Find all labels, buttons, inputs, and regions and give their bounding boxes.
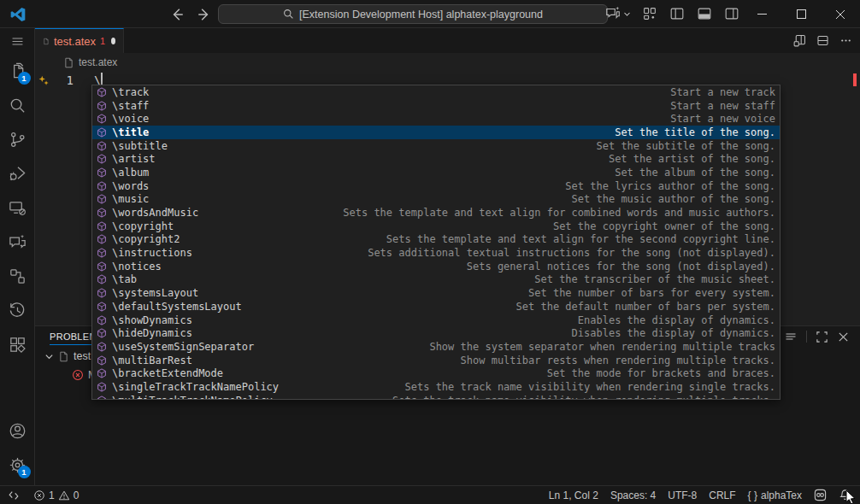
suggestion-item[interactable]: \instructions Sets additional textual in… xyxy=(92,246,780,260)
suggestion-item[interactable]: \track Start a new track xyxy=(92,85,780,99)
sidebar-item-explorer[interactable]: 1 xyxy=(0,54,35,88)
encoding[interactable]: UTF-8 xyxy=(662,486,703,504)
suggestion-item[interactable]: \title Set the title of the song. xyxy=(92,126,780,139)
maximize-panel-icon[interactable] xyxy=(816,331,828,343)
suggestion-detail: Set the lyrics author of the song. xyxy=(565,180,775,192)
sidebar-item-run-debug[interactable] xyxy=(0,156,35,190)
chat-icon xyxy=(8,232,27,252)
tab-test-atex[interactable]: test.atex 1 xyxy=(35,28,124,53)
toggle-primary-sidebar-icon[interactable] xyxy=(669,5,686,22)
suggestion-item[interactable]: \systemsLayout Set the number of bars fo… xyxy=(92,286,780,300)
suggestion-item[interactable]: \music Set the music author of the song. xyxy=(92,193,780,207)
suggestion-detail: Set the copyright owner of the song. xyxy=(553,220,775,232)
cursor-position[interactable]: Ln 1, Col 2 xyxy=(543,486,604,504)
suggestion-item[interactable]: \showDynamics Enables the display of dyn… xyxy=(92,314,780,327)
sidebar-item-remote-explorer[interactable] xyxy=(0,190,35,225)
view-as-table-icon[interactable] xyxy=(784,330,798,343)
suggestion-item[interactable]: \album Set the album of the song. xyxy=(92,166,780,179)
maximize-button[interactable] xyxy=(781,0,821,28)
modified-dot-icon[interactable] xyxy=(111,38,115,44)
tab-error-count: 1 xyxy=(100,36,105,46)
suggestion-label: \artist xyxy=(112,153,156,165)
method-icon xyxy=(96,126,108,138)
warning-count: 0 xyxy=(74,489,80,501)
problems-summary[interactable]: 1 0 xyxy=(27,486,85,504)
suggestion-item[interactable]: \multiBarRest Show multibar rests when r… xyxy=(92,354,780,367)
suggestion-item[interactable]: \useSystemSignSeparator Show the system … xyxy=(92,340,780,354)
suggestion-item[interactable]: \words Set the lyrics author of the song… xyxy=(92,179,780,193)
suggestion-item[interactable]: \wordsAndMusic Sets the template and tex… xyxy=(92,206,780,220)
suggestion-item[interactable]: \staff Start a new staff xyxy=(92,99,780,113)
sidebar-item-timeline[interactable] xyxy=(0,293,35,327)
suggestion-item[interactable]: \artist Set the artist of the song. xyxy=(92,152,780,166)
method-icon xyxy=(96,273,108,285)
suggestion-item[interactable]: \defaultSystemsLayout Set the default nu… xyxy=(92,300,780,314)
suggestion-detail: Show the system separator when rendering… xyxy=(429,341,775,353)
sparkle-quickfix-icon[interactable] xyxy=(38,74,50,86)
eol-sequence[interactable]: CRLF xyxy=(703,486,741,504)
copilot-chat-button[interactable] xyxy=(604,5,631,22)
search-icon xyxy=(283,9,294,20)
suggestion-item[interactable]: \notices Sets general notices for the so… xyxy=(92,260,780,273)
split-editor-icon[interactable] xyxy=(816,33,830,48)
extension-status-button[interactable] xyxy=(808,486,833,504)
tab-label: test.atex xyxy=(54,35,96,48)
suggestion-item[interactable]: \hideDynamics Disables the display of dy… xyxy=(92,326,780,340)
suggestion-detail: Show multibar rests when rendering multi… xyxy=(461,355,775,366)
method-icon xyxy=(96,301,108,313)
toggle-secondary-sidebar-icon[interactable] xyxy=(723,5,740,22)
close-panel-icon[interactable] xyxy=(837,331,850,343)
customize-layout-icon[interactable] xyxy=(641,5,658,22)
sidebar-item-custom-1[interactable] xyxy=(0,259,35,293)
status-bar: 1 0 Ln 1, Col 2 Spaces: 4 UTF-8 CRLF { }… xyxy=(0,485,860,504)
sidebar-item-search[interactable] xyxy=(0,88,35,122)
open-preview-icon[interactable] xyxy=(792,33,807,48)
suggestion-label: \hideDynamics xyxy=(112,327,192,339)
more-actions-icon[interactable] xyxy=(839,33,853,48)
sidebar-item-source-control[interactable] xyxy=(0,122,35,156)
command-center-title: [Extension Development Host] alphatex-pl… xyxy=(299,9,543,21)
menu-button[interactable] xyxy=(0,28,35,54)
sidebar-item-chat[interactable] xyxy=(0,225,35,259)
suggestion-item[interactable]: \voice Start a new voice xyxy=(92,112,780,126)
suggestion-label: \tab xyxy=(112,273,137,285)
suggestion-label: \notices xyxy=(112,261,162,273)
minimize-button[interactable] xyxy=(742,0,781,28)
sidebar-item-custom-2[interactable] xyxy=(0,327,35,361)
navigate-forward-icon[interactable] xyxy=(197,7,212,22)
suggestion-label: \bracketExtendMode xyxy=(112,367,223,379)
command-center[interactable]: [Extension Development Host] alphatex-pl… xyxy=(218,4,608,24)
language-mode[interactable]: { } alphaTex xyxy=(742,486,808,504)
method-icon xyxy=(96,180,108,192)
navigate-back-icon[interactable] xyxy=(169,7,185,22)
method-icon xyxy=(96,167,108,179)
remote-icon xyxy=(8,489,20,501)
suggestion-detail: Sets the track name visibility when rend… xyxy=(405,381,775,393)
suggestion-label: \words xyxy=(112,180,149,192)
suggestion-item[interactable]: \copyright2 Sets the template and text a… xyxy=(92,233,780,247)
suggestion-detail: Enables the display of dynamics. xyxy=(578,314,775,326)
suggestion-item[interactable]: \multiTrackTrackNamePolicy Sets the trac… xyxy=(92,394,780,400)
remote-indicator[interactable] xyxy=(0,486,27,504)
explorer-badge: 1 xyxy=(18,72,31,85)
chevron-down-icon xyxy=(44,352,54,361)
settings-button[interactable]: 1 xyxy=(0,448,35,482)
method-icon xyxy=(96,355,108,366)
suggestion-label: \subtitle xyxy=(112,140,168,152)
accounts-button[interactable] xyxy=(0,413,35,448)
suggestion-item[interactable]: \tab Set the transcriber of the music sh… xyxy=(92,273,780,287)
suggestion-item[interactable]: \subtitle Set the subtitle of the song. xyxy=(92,139,780,153)
suggestion-item[interactable]: \bracketExtendMode Set the mode for brac… xyxy=(92,366,780,380)
close-button[interactable] xyxy=(821,0,860,28)
suggestion-item[interactable]: \singleTrackTrackNamePolicy Sets the tra… xyxy=(92,380,780,394)
indentation[interactable]: Spaces: 4 xyxy=(604,486,662,504)
suggest-widget: \track Start a new track \staff Start a … xyxy=(91,85,780,400)
suggestion-detail: Set the transcriber of the music sheet. xyxy=(534,273,775,285)
suggestion-item[interactable]: \copyright Set the copyright owner of th… xyxy=(92,220,780,233)
breadcrumb[interactable]: test.atex xyxy=(35,53,860,72)
alphatab-icon xyxy=(814,489,827,501)
suggestion-detail: Set the title of the song. xyxy=(615,126,775,138)
run-debug-icon xyxy=(8,164,27,184)
toggle-panel-icon[interactable] xyxy=(696,5,713,22)
error-count: 1 xyxy=(49,489,55,501)
